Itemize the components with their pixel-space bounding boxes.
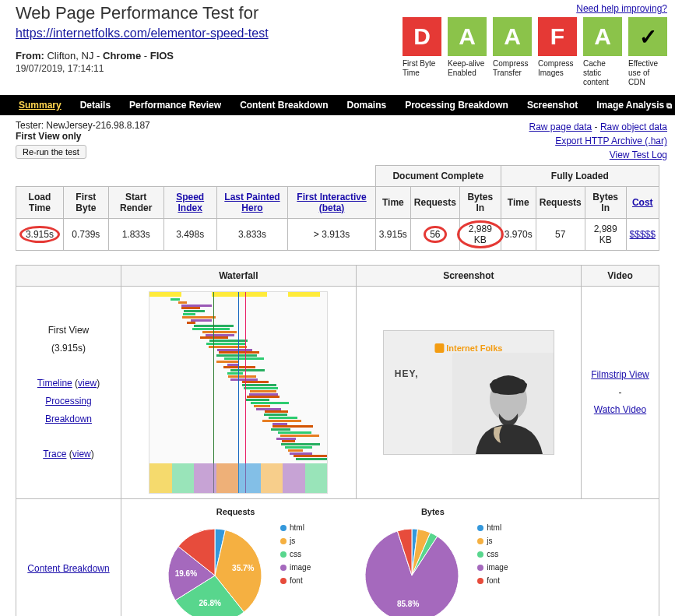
svg-text:85.8%: 85.8% <box>397 600 419 608</box>
metric-col-header: Speed Index <box>163 187 216 219</box>
external-link-icon: ⧉ <box>664 101 672 110</box>
export-har-link[interactable]: Export HTTP Archive (.har) <box>555 136 667 146</box>
rerun-test-button[interactable]: Re-run the test <box>16 145 86 159</box>
requests-pie-chart[interactable]: 35.7%26.8%19.6% <box>160 521 269 616</box>
from-line: From: Clifton, NJ - Chrome - FIOS <box>16 50 269 62</box>
from-label: From: <box>16 50 44 62</box>
first-byte-value: 0.739s <box>63 219 108 251</box>
bytes-pie-chart[interactable]: 85.8% <box>357 521 466 616</box>
from-browser: Chrome <box>103 50 141 62</box>
metric-col-header: Requests <box>536 187 585 219</box>
legend-dot-icon <box>477 525 483 531</box>
tester-line: Tester: NewJersey-216.98.8.187 <box>16 120 150 131</box>
grade-box[interactable]: A <box>448 17 487 56</box>
person-photo <box>452 353 554 454</box>
legend-item: html <box>280 521 311 534</box>
full-requests-value: 57 <box>536 219 585 251</box>
filmstrip-link[interactable]: Filmstrip View <box>591 369 649 380</box>
svg-rect-2 <box>491 379 526 393</box>
grade-box[interactable]: D <box>403 17 441 56</box>
load-time-value: 3.915s <box>26 229 54 240</box>
timeline-view-link[interactable]: view <box>78 378 97 389</box>
legend-dot-icon <box>477 565 483 571</box>
grade-box[interactable]: A <box>493 17 532 56</box>
legend-item: html <box>477 521 508 534</box>
legend-item: image <box>477 561 508 574</box>
help-improving-link[interactable]: Need help improving? <box>576 3 667 14</box>
legend-dot-icon <box>280 578 287 584</box>
content-breakdown-link[interactable]: Content Breakdown <box>27 563 109 574</box>
metric-col-header: First Byte <box>63 187 108 219</box>
metric-col-header: Bytes In <box>459 187 501 219</box>
timeline-link[interactable]: Timeline <box>37 378 72 389</box>
nav-tabs: SummaryDetailsPerformance ReviewContent … <box>0 95 675 115</box>
visuals-table: Waterfall Screenshot Video First View (3… <box>16 265 659 616</box>
video-header: Video <box>582 266 659 287</box>
doc-time-value: 3.915s <box>375 219 410 251</box>
legend-item: css <box>280 547 311 561</box>
tab-image-analysis[interactable]: Image Analysis ⧉ <box>587 95 675 115</box>
svg-text:35.7%: 35.7% <box>232 564 254 572</box>
legend-item: js <box>280 534 311 547</box>
legend-item: css <box>477 547 508 561</box>
test-timestamp: 19/07/2019, 17:14:11 <box>16 63 269 74</box>
first-interactive-value: > 3.913s <box>288 219 376 251</box>
full-bytes-value: 2,989 KB <box>585 219 626 251</box>
bytes-pie-title: Bytes <box>357 507 508 516</box>
legend-dot-icon <box>280 565 287 571</box>
tab-content-breakdown[interactable]: Content Breakdown <box>230 95 337 115</box>
metric-col-header: Start Render <box>108 187 163 219</box>
page-title: Web Page Performance Test for <box>16 3 269 23</box>
grade-box[interactable]: A <box>583 17 622 56</box>
watch-video-link[interactable]: Watch Video <box>594 404 646 415</box>
metric-col-link[interactable]: Speed Index <box>176 192 204 213</box>
metric-col-link[interactable]: Cost <box>632 197 653 208</box>
metric-col-header: Load Time <box>16 187 64 219</box>
legend-dot-icon <box>280 525 287 531</box>
first-view-only: First View only <box>16 131 150 142</box>
tab-screenshot[interactable]: Screenshot <box>518 95 587 115</box>
from-connection: FIOS <box>150 50 174 62</box>
trace-view-link[interactable]: view <box>72 449 91 459</box>
grade-label: Effective use of CDN <box>628 59 667 87</box>
first-view-label: First View <box>21 322 116 340</box>
speed-index-value: 3.498s <box>163 219 216 251</box>
waterfall-thumbnail[interactable] <box>149 291 328 494</box>
grade-box[interactable]: ✓ <box>628 17 667 56</box>
requests-pie-title: Requests <box>160 507 311 516</box>
tab-details[interactable]: Details <box>71 95 120 115</box>
grade-box[interactable]: F <box>538 17 577 56</box>
last-painted-hero-value: 3.833s <box>216 219 287 251</box>
metrics-table: Document Complete Fully Loaded Load Time… <box>16 165 659 251</box>
tab-processing-breakdown[interactable]: Processing Breakdown <box>396 95 518 115</box>
metric-col-header: Bytes In <box>585 187 626 219</box>
waterfall-header: Waterfall <box>121 266 357 287</box>
start-render-value: 1.833s <box>108 219 163 251</box>
screenshot-thumbnail[interactable]: Internet Folks HEY, <box>383 330 554 455</box>
metric-col-link[interactable]: Last Painted Hero <box>224 192 279 213</box>
grade-label: Compress Images <box>538 59 577 78</box>
view-test-log-link[interactable]: View Test Log <box>610 150 667 160</box>
trace-link[interactable]: Trace <box>43 449 66 459</box>
metric-col-header: Time <box>375 187 410 219</box>
metric-col-header: Cost <box>626 187 659 219</box>
raw-object-data-link[interactable]: Raw object data <box>600 121 667 132</box>
metric-col-link[interactable]: First Interactive (beta) <box>297 192 366 213</box>
tab-domains[interactable]: Domains <box>337 95 396 115</box>
full-time-value: 3.970s <box>501 219 536 251</box>
raw-page-data-link[interactable]: Raw page data <box>529 121 592 132</box>
metric-col-header: First Interactive (beta) <box>288 187 376 219</box>
legend-dot-icon <box>477 538 483 544</box>
legend-dot-icon <box>280 538 287 544</box>
legend-item: image <box>280 561 311 574</box>
bytes-legend: htmljscssimagefont <box>477 521 508 587</box>
tested-url-link[interactable]: https://internetfolks.com/elementor-spee… <box>16 26 269 40</box>
from-location: Clifton, NJ <box>47 50 93 62</box>
tab-summary[interactable]: Summary <box>9 95 71 115</box>
grade-label: Compress Transfer <box>493 59 532 78</box>
legend-dot-icon <box>477 551 483 558</box>
metric-col-header: Time <box>501 187 536 219</box>
tab-performance-review[interactable]: Performance Review <box>120 95 230 115</box>
processing-breakdown-link[interactable]: Processing Breakdown <box>45 396 92 424</box>
cost-link[interactable]: $$$$$ <box>630 229 656 240</box>
